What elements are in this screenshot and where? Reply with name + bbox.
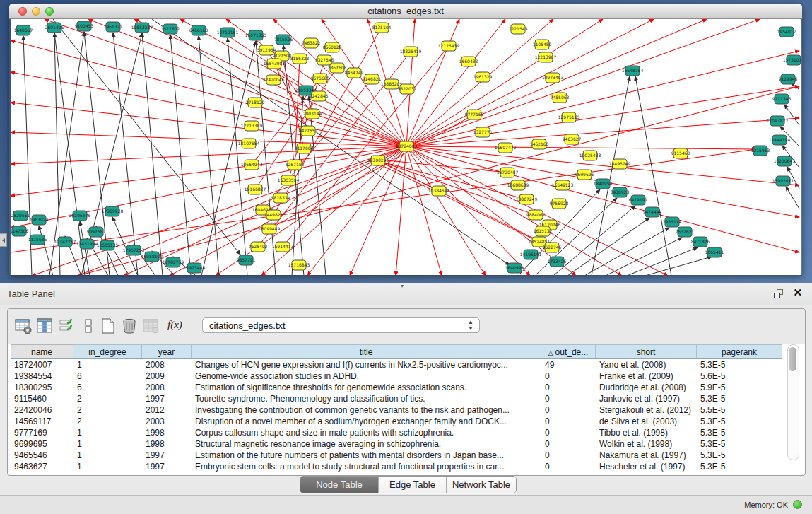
graph-node[interactable]: 16549123 xyxy=(552,180,574,190)
graph-node[interactable]: 16648784 xyxy=(622,66,644,76)
graph-node[interactable]: 2867608 xyxy=(328,63,347,73)
graph-node[interactable]: 16210643 xyxy=(774,156,796,166)
table-row[interactable]: 946554611997Estimation of the future num… xyxy=(11,450,782,461)
table-row[interactable]: 1938455462009Genome-wide association stu… xyxy=(11,370,782,382)
graph-node[interactable]: 6466160 xyxy=(189,25,208,35)
graph-node[interactable]: 1840954 xyxy=(594,179,613,189)
graph-node[interactable]: 20206576 xyxy=(69,211,91,221)
graph-node[interactable]: 1527602 xyxy=(161,24,180,34)
graph-node[interactable]: 19166827 xyxy=(245,185,266,194)
vertical-scrollbar[interactable] xyxy=(787,344,799,460)
control-panel-collapse-tab[interactable] xyxy=(0,233,7,247)
graph-node[interactable]: 18107554 xyxy=(238,139,260,148)
edge[interactable] xyxy=(309,96,326,275)
column-header-in_degree[interactable]: in_degree xyxy=(73,344,142,359)
graph-node[interactable]: 16671355 xyxy=(245,30,267,40)
table-row[interactable]: 969969511998Structural magnetic resonanc… xyxy=(11,438,782,450)
column-header-title[interactable]: title xyxy=(192,344,541,359)
edge[interactable] xyxy=(84,32,110,275)
table-row[interactable]: 946362711997Embryonic stem cells: a mode… xyxy=(11,461,782,472)
column-header-short[interactable]: short xyxy=(596,344,697,359)
table-panel-titlebar[interactable]: ▾ Table Panel ✕ xyxy=(0,283,812,305)
graph-node[interactable]: 18807249 xyxy=(516,194,538,204)
graph-node[interactable]: 7625402 xyxy=(249,242,268,252)
table-row[interactable]: 2242004622012Investigating the contribut… xyxy=(11,404,782,416)
graph-node[interactable]: 2718120 xyxy=(246,98,265,107)
splitter-handle-icon[interactable]: ▾ xyxy=(401,283,404,289)
graph-node[interactable]: 1115686 xyxy=(28,235,47,245)
graph-node[interactable]: 1327775 xyxy=(473,127,493,137)
graph-node[interactable]: 15716843 xyxy=(288,260,310,270)
graph-node[interactable]: 9857791 xyxy=(237,255,256,265)
column-chooser-icon[interactable] xyxy=(36,317,53,334)
graph-node[interactable]: 9115460 xyxy=(671,148,690,158)
table-row[interactable]: 1872400712008Changes of HCN gene express… xyxy=(11,359,782,370)
graph-node[interactable]: 1963924 xyxy=(30,215,49,225)
graph-node[interactable]: 1147506 xyxy=(11,226,29,236)
graph-node[interactable]: 12505135 xyxy=(97,240,119,250)
edge[interactable] xyxy=(406,19,603,146)
graph-node[interactable]: 9474444 xyxy=(643,207,662,217)
column-header-pagerank[interactable]: pagerank xyxy=(697,344,782,359)
edge[interactable] xyxy=(406,146,799,252)
column-header-year[interactable]: year xyxy=(142,344,192,359)
graph-node[interactable]: 2935114 xyxy=(663,217,682,227)
graph-node[interactable]: 1954012 xyxy=(777,27,796,37)
graph-node[interactable]: 9463627 xyxy=(563,134,582,144)
edge[interactable] xyxy=(11,132,406,146)
table-row[interactable]: 977716911998Corpus callosum shape and si… xyxy=(11,427,782,438)
function-builder-icon[interactable]: f(x) xyxy=(167,319,182,331)
graph-node[interactable]: 10688639 xyxy=(507,180,529,190)
graph-node[interactable]: 18325419 xyxy=(400,47,422,57)
graph-node[interactable]: 2803144 xyxy=(303,109,322,119)
table-row[interactable]: 911546021997Tourette syndrome. Phenomeno… xyxy=(11,393,782,404)
edge[interactable] xyxy=(584,228,669,275)
delete-trash-icon[interactable] xyxy=(121,317,138,334)
edge[interactable] xyxy=(261,146,406,275)
row-height-icon[interactable] xyxy=(80,317,97,334)
edge[interactable] xyxy=(45,19,406,146)
edge[interactable] xyxy=(553,206,635,275)
graph-node[interactable]: 8186328 xyxy=(290,54,310,64)
table-row[interactable]: 1456911722003Disruption of a novel membe… xyxy=(11,416,782,427)
graph-node[interactable]: 1961329 xyxy=(473,72,493,82)
network-canvas[interactable]: 1640557269140691004531961327106532871527… xyxy=(11,19,801,275)
new-table-icon[interactable] xyxy=(100,317,117,334)
edge[interactable] xyxy=(786,187,799,209)
graph-node[interactable]: 15751074 xyxy=(783,55,801,65)
graph-node[interactable]: 11451994 xyxy=(76,239,98,249)
graph-node[interactable]: 9884067 xyxy=(526,210,546,220)
graph-node[interactable]: 16543982 xyxy=(264,59,286,69)
graph-node[interactable]: 10025488 xyxy=(579,151,601,160)
graph-node[interactable]: 16099489 xyxy=(259,224,281,234)
graph-node[interactable]: 10653287 xyxy=(131,23,153,33)
graph-node[interactable]: 10719151 xyxy=(217,28,239,37)
graph-node[interactable]: 12213389 xyxy=(241,121,263,131)
graph-node[interactable]: 2522746 xyxy=(543,243,562,252)
graph-node[interactable]: 8660128 xyxy=(323,42,342,52)
graph-node[interactable]: 22420046 xyxy=(263,75,285,85)
graph-node[interactable]: 1105480 xyxy=(533,40,552,49)
tab-edge-table[interactable]: Edge Table xyxy=(379,477,447,493)
graph-node[interactable]: 1961327 xyxy=(104,22,123,32)
graph-node[interactable]: 9215953 xyxy=(751,146,770,156)
graph-node[interactable]: 9100453 xyxy=(75,21,94,31)
network-window-titlebar[interactable]: citations_edges.txt xyxy=(9,4,802,19)
tab-network-table[interactable]: Network Table xyxy=(447,477,516,493)
edge[interactable] xyxy=(567,218,649,275)
graph-node[interactable]: 1640995 xyxy=(505,263,524,273)
float-panel-icon[interactable] xyxy=(774,288,784,298)
graph-node[interactable]: 1660433 xyxy=(459,57,478,66)
graph-node[interactable]: 9117004 xyxy=(295,144,314,153)
graph-node[interactable]: 7632621 xyxy=(676,227,695,237)
column-header-out_de[interactable]: △out_de... xyxy=(541,344,596,359)
graph-node[interactable]: 8427552 xyxy=(299,126,318,136)
graph-node[interactable]: 1733426 xyxy=(548,257,567,267)
edge[interactable] xyxy=(645,257,712,275)
graph-node[interactable]: 1640557 xyxy=(14,25,33,35)
graph-node[interactable]: 16607479 xyxy=(495,143,517,153)
select-rows-icon[interactable] xyxy=(59,317,76,334)
table-select-dropdown[interactable]: citations_edges.txt ▲▼ xyxy=(202,317,480,333)
graph-node[interactable]: 8454749 xyxy=(345,68,364,78)
graph-node[interactable]: 1449822 xyxy=(264,210,283,220)
